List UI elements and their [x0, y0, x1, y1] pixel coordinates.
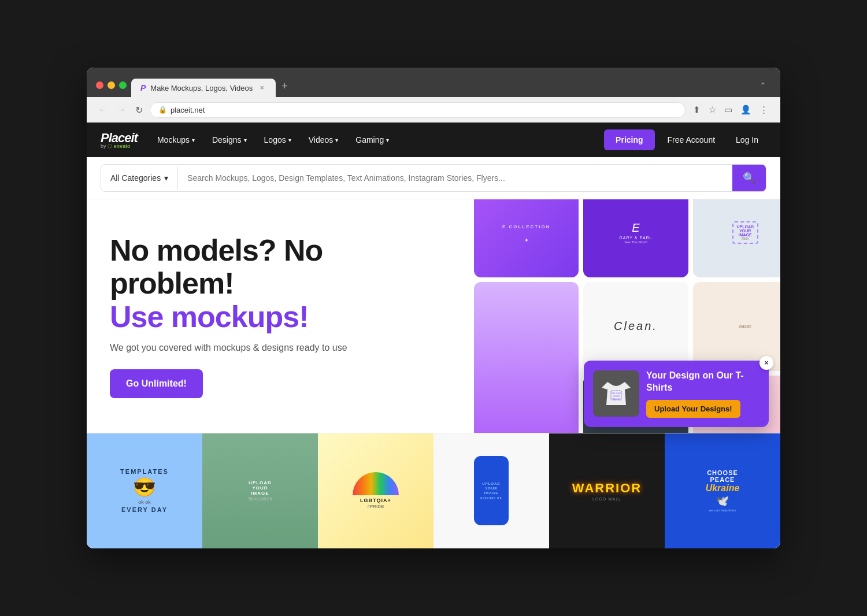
logo[interactable]: Placeit by ⬡ envato [101, 131, 138, 149]
go-unlimited-button[interactable]: Go Unlimited! [110, 369, 203, 398]
thumb-warrior[interactable]: WARRIOR LOGO WALL [549, 433, 665, 548]
login-button[interactable]: Log In [728, 129, 766, 150]
bookmark-button[interactable]: ☆ [706, 102, 719, 118]
tshirt-svg: UPLOAD YOUR IMAGE [596, 373, 636, 414]
peace-text: PEACE [706, 476, 740, 483]
browser-dots [96, 79, 127, 91]
category-dropdown[interactable]: All Categories ▾ [101, 166, 178, 190]
thumb-man-tshirt[interactable]: UPLOAD YOUR IMAGE 750×1200 PX [202, 433, 318, 548]
search-bar-wrapper: All Categories ▾ 🔍 [87, 157, 780, 199]
tab-close-button[interactable]: × [257, 83, 266, 92]
tab-title: Make Mockups, Logos, Videos [150, 84, 253, 92]
window-controls: ⌃ [759, 81, 771, 90]
hero-section: No models? No problem! Use mockups! We g… [87, 199, 780, 548]
nav-menu: Mockups ▾ Designs ▾ Logos ▾ Videos ▾ Gam… [149, 131, 602, 149]
pricing-button[interactable]: Pricing [604, 129, 654, 150]
browser-nav-actions: ⬆ ☆ ▭ 👤 ⋮ [690, 102, 771, 118]
search-bar: All Categories ▾ 🔍 [101, 164, 766, 192]
search-icon: 🔍 [743, 172, 755, 184]
reader-view-button[interactable]: ▭ [721, 102, 735, 118]
free-account-button[interactable]: Free Account [659, 129, 724, 150]
thumb-templates[interactable]: TEMPLATES 😎 ok ok EVERY DAY [87, 433, 202, 548]
profile-button[interactable]: 👤 [738, 102, 754, 118]
templates-emoji: 😎 [133, 476, 156, 498]
chevron-down-icon: ▾ [288, 137, 291, 143]
hero-subtitle: We got you covered with mockups & design… [110, 343, 445, 353]
nav-item-logos[interactable]: Logos ▾ [256, 131, 299, 149]
maximize-dot[interactable] [119, 81, 127, 89]
popup-overlay: × UPLOAD YOUR IMAGE Your Design [584, 361, 769, 427]
nav-item-gaming[interactable]: Gaming ▾ [347, 131, 397, 149]
category-label: All Categories [110, 173, 161, 183]
site-content: Placeit by ⬡ envato Mockups ▾ Designs ▾ [87, 123, 780, 548]
popup-close-button[interactable]: × [759, 356, 773, 370]
new-tab-button[interactable]: + [277, 76, 292, 97]
thumb-ukraine[interactable]: CHOOSE PEACE Ukraine 🕊️ we can help them [665, 433, 780, 548]
choose-text: CHOOSE [706, 469, 740, 476]
nav-item-videos[interactable]: Videos ▾ [301, 131, 347, 149]
hero-text: No models? No problem! Use mockups! We g… [87, 199, 468, 433]
share-button[interactable]: ⬆ [690, 102, 703, 118]
upload-designs-button[interactable]: Upload Your Designs! [646, 400, 740, 418]
menu-button[interactable]: ⋮ [757, 102, 771, 118]
thumb-phone-case[interactable]: UPLOADYOURIMAGE 000×000 px [433, 433, 549, 548]
chevron-down-icon: ▾ [335, 137, 338, 143]
hero-title-purple: Use mockups! [110, 300, 445, 333]
thumb-templates-label: TEMPLATES [120, 468, 169, 475]
ukraine-flag-icon: 🕊️ [706, 495, 740, 507]
site-nav: Placeit by ⬡ envato Mockups ▾ Designs ▾ [87, 123, 780, 157]
chevron-down-icon: ▾ [192, 137, 195, 143]
thumb-everyday-label: EVERY DAY [121, 506, 168, 513]
nav-item-mockups[interactable]: Mockups ▾ [149, 131, 203, 149]
thumb-lgbtqia[interactable]: LGBTQIA+ #PRIDE [318, 433, 433, 548]
chevron-down-icon: ▾ [164, 173, 168, 183]
hero-title-dark: No models? No problem! [110, 234, 445, 300]
chevron-down-icon: ▾ [386, 137, 389, 143]
warrior-text: WARRIOR [572, 481, 642, 496]
browser-titlebar: P Make Mockups, Logos, Videos × + ⌃ [87, 68, 780, 97]
tab-bar: P Make Mockups, Logos, Videos × + [131, 76, 292, 97]
search-button[interactable]: 🔍 [732, 165, 766, 191]
popup-title: Your Design on Our T-Shirts [646, 370, 759, 394]
ukraine-text: Ukraine [706, 483, 740, 493]
collage-item-2: E GARY & EARL See The World [583, 199, 688, 277]
nav-right: Pricing Free Account Log In [604, 129, 766, 150]
minimize-dot[interactable] [108, 81, 115, 89]
nav-item-designs[interactable]: Designs ▾ [204, 131, 255, 149]
popup-content: Your Design on Our T-Shirts Upload Your … [646, 370, 759, 418]
search-input[interactable] [178, 166, 732, 190]
popup-tshirt-image: UPLOAD YOUR IMAGE [593, 370, 639, 417]
collage-item-3: UPLOAD YOUR IMAGE 750× [693, 199, 780, 277]
tab-favicon: P [140, 83, 146, 92]
address-bar[interactable]: 🔒 placeit.net [150, 102, 686, 118]
svg-text:IMAGE: IMAGE [612, 398, 620, 400]
collage-item-clean: Clean. [583, 282, 688, 372]
refresh-button[interactable]: ↻ [133, 102, 145, 118]
collage-item-1: E COLLECTION ✦ [474, 199, 579, 277]
lock-icon: 🔒 [158, 106, 167, 114]
collage-item-fashion: fashion [474, 282, 579, 433]
chevron-down-icon: ▾ [244, 137, 247, 143]
forward-button[interactable]: → [114, 102, 128, 117]
back-button[interactable]: ← [96, 102, 110, 117]
close-dot[interactable] [96, 81, 103, 89]
active-tab[interactable]: P Make Mockups, Logos, Videos × [131, 79, 276, 97]
url-text: placeit.net [171, 106, 205, 114]
thumbnail-grid: TEMPLATES 😎 ok ok EVERY DAY UPLOAD YOUR … [87, 433, 780, 548]
browser-nav: ← → ↻ 🔒 placeit.net ⬆ ☆ ▭ 👤 ⋮ [87, 97, 780, 123]
